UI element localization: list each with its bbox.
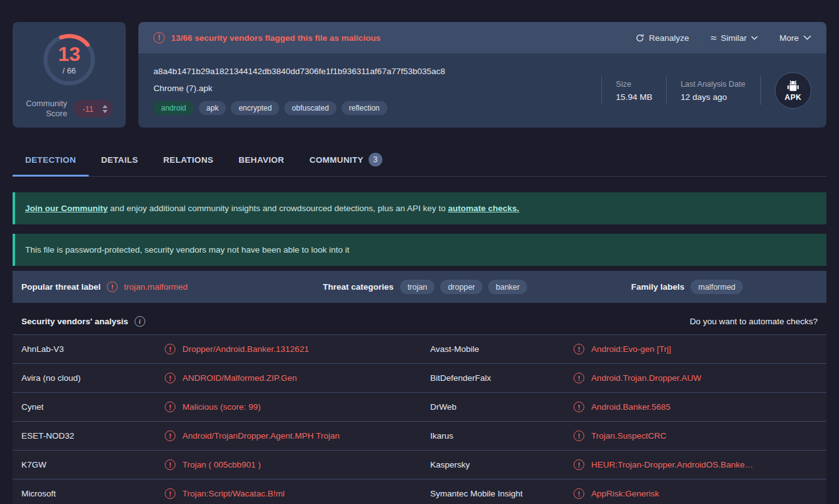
last-analysis-value: 12 days ago	[681, 92, 745, 102]
community-score-value: -11	[82, 104, 103, 114]
category-pill-banker[interactable]: banker	[488, 280, 527, 294]
automate-checks-question-link[interactable]: Do you want to automate checks?	[690, 317, 818, 326]
file-tags: android apk encrypted obfuscated reflect…	[153, 101, 591, 115]
detection-result[interactable]: HEUR:Trojan-Dropper.AndroidOS.Banke…	[591, 460, 753, 469]
detection-exclamation-icon: !	[574, 488, 584, 499]
vendor-name: Avira (no cloud)	[21, 373, 165, 383]
apk-badge-text: APK	[785, 93, 802, 102]
automate-checks-link[interactable]: automate checks.	[448, 204, 519, 213]
popular-threat-label-value[interactable]: trojan.malformed	[124, 282, 187, 292]
threat-summary-panel: Popular threat label ! trojan.malformed …	[13, 271, 826, 303]
tag-encrypted[interactable]: encrypted	[231, 101, 279, 115]
info-icon[interactable]: i	[135, 316, 145, 327]
detection-exclamation-icon: !	[165, 459, 175, 470]
vendors-analysis-header: Security vendors' analysis i Do you want…	[13, 309, 826, 334]
category-pill-trojan[interactable]: trojan	[400, 280, 435, 294]
tag-android[interactable]: android	[153, 101, 194, 115]
detection-score-gauge: 13 / 66	[40, 31, 98, 89]
detection-result[interactable]: ANDROID/Malformed.ZIP.Gen	[182, 373, 297, 383]
vendor-name: BitDefenderFalx	[430, 373, 574, 383]
alert-text: 13/66 security vendors flagged this file…	[171, 33, 381, 43]
tab-relations[interactable]: RELATIONS	[151, 145, 226, 177]
table-row: ESET-NOD32 !Android/TrojanDropper.Agent.…	[13, 422, 826, 451]
table-row: Avira (no cloud) !ANDROID/Malformed.ZIP.…	[13, 364, 826, 393]
vendor-name: Microsoft	[21, 489, 165, 498]
size-value: 15.94 MB	[616, 92, 652, 102]
vote-down-arrow-icon[interactable]	[103, 110, 108, 113]
tab-community[interactable]: COMMUNITY 3	[297, 145, 395, 177]
last-analysis-label: Last Analysis Date	[681, 80, 745, 89]
detection-result[interactable]: Trojan ( 005cbb901 )	[182, 460, 261, 469]
detection-exclamation-icon: !	[574, 373, 584, 383]
detections-count: 13	[58, 44, 81, 64]
tab-details[interactable]: DETAILS	[89, 145, 151, 177]
vendor-name: K7GW	[21, 460, 165, 469]
table-row: Microsoft !Trojan:Script/Wacatac.B!ml Sy…	[13, 479, 826, 504]
vendor-name: Avast-Mobile	[430, 344, 574, 354]
vendor-name: Ikarus	[430, 431, 574, 441]
malicious-alert-bar: ! 13/66 security vendors flagged this fi…	[138, 22, 826, 53]
family-labels-title: Family labels	[631, 282, 684, 292]
alert-exclamation-icon: !	[153, 32, 165, 43]
chevron-down-icon	[751, 36, 758, 40]
detection-result[interactable]: Dropper/Android.Banker.1312621	[182, 344, 309, 354]
detection-result[interactable]: Android/TrojanDropper.Agent.MPH Trojan	[182, 431, 340, 441]
similar-button[interactable]: ≈ Similar	[711, 33, 758, 43]
detection-exclamation-icon: !	[165, 373, 175, 383]
header-cards: 13 / 66 Community Score -11	[13, 22, 826, 128]
detections-total: / 66	[62, 66, 76, 75]
threat-categories-title: Threat categories	[323, 282, 394, 292]
password-protected-text: This file is password-protected, securit…	[25, 245, 350, 255]
detection-result[interactable]: Android.Banker.5685	[591, 402, 670, 412]
tag-obfuscated[interactable]: obfuscated	[284, 101, 336, 115]
file-summary-card: ! 13/66 security vendors flagged this fi…	[138, 22, 826, 128]
size-label: Size	[616, 80, 652, 89]
table-row: AhnLab-V3 !Dropper/Android.Banker.131262…	[13, 335, 826, 364]
detection-result[interactable]: Malicious (score: 99)	[182, 402, 261, 412]
vendor-name: DrWeb	[430, 402, 574, 412]
detection-result[interactable]: AppRisk:Generisk	[591, 489, 659, 498]
similar-waves-icon: ≈	[711, 33, 716, 43]
table-row: Cynet !Malicious (score: 99) DrWeb !Andr…	[13, 393, 826, 422]
chevron-down-icon	[803, 35, 811, 40]
detection-result[interactable]: Trojan:Script/Wacatac.B!ml	[182, 489, 285, 498]
tab-detection[interactable]: DETECTION	[13, 145, 89, 177]
detection-score-card: 13 / 66 Community Score -11	[13, 22, 126, 128]
more-button[interactable]: More	[779, 33, 811, 43]
tab-behavior[interactable]: BEHAVIOR	[226, 145, 297, 177]
file-name: Chrome (7).apk	[153, 84, 591, 93]
tag-reflection[interactable]: reflection	[342, 101, 387, 115]
category-pill-dropper[interactable]: dropper	[440, 280, 482, 294]
threat-exclamation-icon: !	[107, 282, 118, 292]
join-community-link[interactable]: Join our Community	[25, 204, 108, 213]
vendor-name: AhnLab-V3	[21, 344, 165, 354]
password-protected-banner: This file is password-protected, securit…	[13, 234, 826, 266]
vote-up-arrow-icon[interactable]	[103, 105, 108, 108]
detection-result[interactable]: Android:Evo-gen [Trj]	[591, 344, 671, 354]
detection-exclamation-icon: !	[574, 344, 584, 354]
community-score-pill: -11	[74, 100, 113, 118]
detection-exclamation-icon: !	[165, 430, 175, 441]
report-tabs: DETECTION DETAILS RELATIONS BEHAVIOR COM…	[13, 145, 826, 177]
detection-exclamation-icon: !	[165, 402, 175, 412]
popular-threat-label-title: Popular threat label	[21, 282, 101, 292]
android-robot-icon	[786, 80, 800, 92]
vendor-name: Cynet	[21, 402, 165, 412]
vendors-analysis-title: Security vendors' analysis	[21, 317, 128, 326]
join-community-banner: Join our Community and enjoy additional …	[13, 192, 826, 224]
family-pill-malformed[interactable]: malformed	[691, 280, 743, 294]
tag-apk[interactable]: apk	[199, 101, 226, 115]
detection-result[interactable]: Trojan.SuspectCRC	[591, 431, 667, 441]
vendor-name: ESET-NOD32	[21, 431, 165, 441]
apk-file-type-badge: APK	[775, 72, 811, 109]
community-banner-text: and enjoy additional community insights …	[108, 204, 448, 213]
community-score-stepper[interactable]	[103, 105, 108, 113]
page-root: 13 / 66 Community Score -11	[0, 22, 839, 504]
file-size-block: Size 15.94 MB	[601, 76, 666, 105]
reanalyze-button[interactable]: Reanalyze	[635, 33, 689, 43]
detection-exclamation-icon: !	[165, 344, 175, 354]
detection-result[interactable]: Android.Trojan.Dropper.AUW	[591, 373, 701, 383]
table-row: K7GW !Trojan ( 005cbb901 ) Kaspersky !HE…	[13, 451, 826, 479]
vendor-results-table: AhnLab-V3 !Dropper/Android.Banker.131262…	[13, 334, 826, 504]
vendor-name: Kaspersky	[430, 460, 574, 469]
